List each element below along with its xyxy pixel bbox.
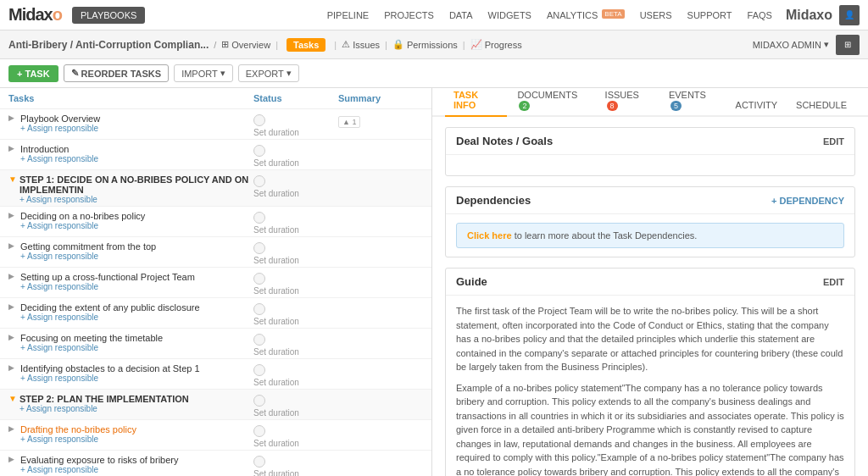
tab-documents[interactable]: DOCUMENTS 2	[509, 88, 594, 117]
dependency-info: Click here to learn more about the Task …	[456, 223, 844, 248]
tasks-badge[interactable]: Tasks	[287, 38, 326, 52]
col-status: Status	[253, 93, 338, 103]
set-duration[interactable]: Set duration	[253, 346, 338, 357]
task-row[interactable]: ▶ Deciding the extent of any public disc…	[0, 298, 431, 329]
events-badge: 5	[670, 101, 682, 111]
nav-faqs[interactable]: FAQS	[748, 10, 772, 20]
task-row[interactable]: ▶ Introduction + Assign responsible Set …	[0, 140, 431, 170]
reorder-tasks-button[interactable]: ✎ REORDER TASKS	[64, 64, 170, 82]
tab-activity[interactable]: ACTIVITY	[727, 95, 787, 117]
logo-suffix: o	[53, 5, 62, 24]
assign-responsible[interactable]: + Assign responsible	[20, 343, 163, 352]
tasks-table-header: Tasks Status Summary	[0, 88, 431, 109]
tab-schedule[interactable]: SCHEDULE	[787, 95, 855, 117]
user-avatar[interactable]: 👤	[839, 5, 860, 25]
section-arrow: ▼	[8, 394, 17, 403]
sep5: |	[463, 40, 465, 50]
set-duration[interactable]: Set duration	[253, 376, 338, 387]
progress-icon: 📈	[470, 39, 482, 50]
task-row[interactable]: ▶ Playbook Overview + Assign responsible…	[0, 109, 431, 140]
assign-responsible[interactable]: + Assign responsible	[20, 154, 98, 163]
guide-header: Guide EDIT	[446, 268, 854, 296]
analytics-badge: BETA	[602, 9, 624, 19]
set-duration[interactable]: Set duration	[253, 285, 338, 296]
deal-notes-edit-button[interactable]: EDIT	[823, 136, 844, 147]
task-row[interactable]: ▶ Drafting the no-bribes policy + Assign…	[0, 420, 431, 451]
export-button[interactable]: EXPORT ▾	[238, 64, 299, 82]
task-chevron: ▶	[8, 272, 14, 280]
assign-responsible[interactable]: + Assign responsible	[20, 313, 200, 322]
guide-text: The first task of the Project Team will …	[456, 304, 844, 476]
task-row[interactable]: ▼ STEP 2: PLAN THE IMPLEMENTATION + Assi…	[0, 390, 431, 420]
task-chevron: ▶	[8, 333, 14, 341]
assign-responsible[interactable]: + Assign responsible	[20, 282, 195, 291]
assign-responsible[interactable]: + Assign responsible	[19, 195, 253, 204]
guide-paragraph: Example of a no-bribes policy statement"…	[456, 381, 844, 477]
nav-pipeline[interactable]: PIPELINE	[327, 10, 370, 20]
task-row[interactable]: ▼ STEP 1: DECIDE ON A NO-BRIBES POLICY A…	[0, 170, 431, 207]
guide-body: The first task of the Project Team will …	[446, 296, 854, 476]
nav-projects[interactable]: PROJECTS	[384, 10, 434, 20]
set-duration[interactable]: Set duration	[253, 315, 338, 326]
set-duration[interactable]: Set duration	[253, 468, 338, 476]
breadcrumb-permissions[interactable]: 🔒 Permissions	[392, 39, 458, 50]
set-duration[interactable]: Set duration	[253, 187, 338, 198]
assign-responsible[interactable]: + Assign responsible	[20, 124, 100, 133]
dependencies-body: Click here to learn more about the Task …	[446, 214, 854, 257]
nav-data[interactable]: DATA	[449, 10, 473, 20]
assign-responsible[interactable]: + Assign responsible	[20, 252, 156, 261]
guide-title: Guide	[456, 275, 487, 288]
set-duration[interactable]: Set duration	[253, 254, 338, 265]
add-task-button[interactable]: + TASK	[8, 65, 58, 82]
assign-responsible[interactable]: + Assign responsible	[20, 465, 178, 474]
main-layout: Tasks Status Summary ▶ Playbook Overview…	[0, 88, 868, 476]
import-button[interactable]: IMPORT ▾	[174, 64, 233, 82]
click-here-link[interactable]: Click here	[467, 230, 512, 241]
right-panel: TASK INFO DOCUMENTS 2 ISSUES 8 EVENTS 5 …	[432, 88, 868, 476]
nav-support[interactable]: SUPPORT	[687, 10, 732, 20]
task-row[interactable]: ▶ Setting up a cross-functional Project …	[0, 268, 431, 298]
task-row[interactable]: ▶ Identifying obstacles to a decision at…	[0, 359, 431, 390]
add-dependency-button[interactable]: + DEPENDENCY	[771, 196, 844, 206]
nav-users[interactable]: USERS	[640, 10, 672, 20]
tab-task-info[interactable]: TASK INFO	[445, 88, 507, 117]
task-row[interactable]: ▶ Getting commitment from the top + Assi…	[0, 237, 431, 268]
task-chevron: ▶	[8, 211, 14, 219]
task-name: Deciding the extent of any public disclo…	[20, 302, 200, 313]
nav-widgets[interactable]: WIDGETS	[488, 10, 531, 20]
assign-responsible[interactable]: + Assign responsible	[20, 374, 200, 383]
task-list: ▶ Playbook Overview + Assign responsible…	[0, 109, 431, 476]
set-duration[interactable]: Set duration	[253, 224, 338, 235]
assign-responsible[interactable]: + Assign responsible	[20, 221, 145, 230]
right-tabs: TASK INFO DOCUMENTS 2 ISSUES 8 EVENTS 5 …	[432, 88, 868, 117]
assign-responsible[interactable]: + Assign responsible	[19, 404, 189, 413]
nav-analytics[interactable]: ANALYTICS BETA	[547, 10, 625, 20]
task-chevron: ▶	[8, 424, 14, 433]
task-chevron: ▶	[8, 144, 14, 152]
breadcrumb-issues[interactable]: ⚠ Issues	[342, 39, 380, 50]
admin-button[interactable]: MIDAXO ADMIN ▾	[753, 39, 829, 50]
assign-responsible[interactable]: + Assign responsible	[20, 434, 136, 444]
set-duration[interactable]: Set duration	[253, 437, 338, 448]
set-duration[interactable]: Set duration	[253, 407, 338, 418]
task-name: Drafting the no-bribes policy	[20, 424, 136, 434]
reorder-icon: ✎	[71, 68, 79, 79]
import-label: IMPORT	[181, 69, 218, 79]
top-nav-links: PIPELINE PROJECTS DATA WIDGETS ANALYTICS…	[327, 10, 772, 20]
tab-issues[interactable]: ISSUES 8	[597, 88, 659, 117]
layout-icon[interactable]: ⊞	[836, 35, 860, 55]
task-row[interactable]: ▶ Evaluating exposure to risks of briber…	[0, 451, 431, 476]
dependencies-header: Dependencies + DEPENDENCY	[446, 187, 854, 214]
task-row[interactable]: ▶ Focusing on meeting the timetable + As…	[0, 329, 431, 359]
task-row[interactable]: ▶ Deciding on a no-bribes policy + Assig…	[0, 207, 431, 237]
tab-events[interactable]: EVENTS 5	[660, 88, 726, 117]
playbooks-button[interactable]: PLAYBOOKS	[72, 7, 145, 24]
set-duration[interactable]: Set duration	[253, 126, 338, 137]
guide-edit-button[interactable]: EDIT	[823, 277, 844, 287]
set-duration[interactable]: Set duration	[253, 157, 338, 168]
task-name: Deciding on a no-bribes policy	[20, 211, 145, 221]
permissions-label: Permissions	[407, 40, 458, 50]
breadcrumb-progress[interactable]: 📈 Progress	[470, 39, 522, 50]
logo: Midaxo	[8, 5, 62, 25]
breadcrumb-overview[interactable]: ⊞ Overview	[221, 39, 270, 50]
